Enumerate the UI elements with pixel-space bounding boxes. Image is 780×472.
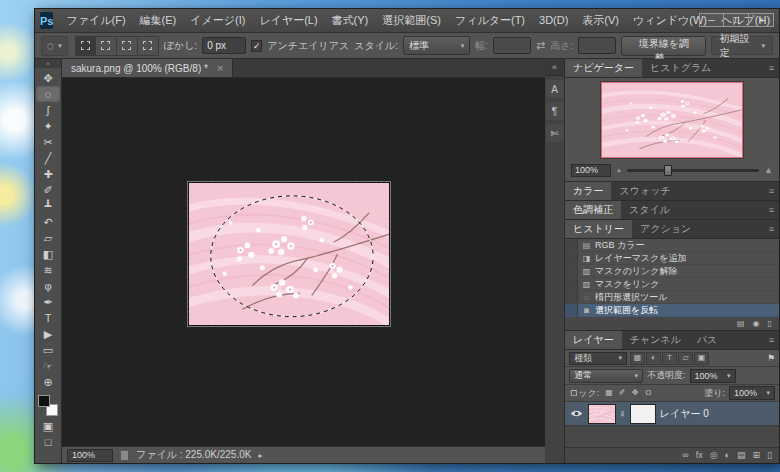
status-menu-arrow-icon[interactable]: ▸ [258, 451, 262, 460]
new-adjustment-layer-icon[interactable]: ◐ [725, 451, 730, 460]
lasso-tool[interactable]: ʃ [36, 102, 60, 118]
crop-tool[interactable]: ✂ [36, 134, 60, 150]
menu-item[interactable]: イメージ(I) [183, 9, 252, 32]
history-state-link-mask[interactable]: ▧マスクをリンク [565, 278, 779, 291]
history-state-rgb-color[interactable]: ▤RGB カラー [565, 239, 779, 252]
pixel-layer-filter-icon[interactable]: ▦ [630, 352, 645, 365]
panel-menu-icon[interactable]: ≡ [769, 220, 779, 238]
expand-panels-icon[interactable]: « [545, 59, 564, 76]
tab-adjustments[interactable]: 色調補正 [565, 201, 621, 219]
brush-tool[interactable]: ✐ [36, 182, 60, 198]
dodge-tool[interactable]: φ [36, 278, 60, 294]
clone-source-panel-icon[interactable]: ✄ [546, 124, 564, 142]
menu-item[interactable]: 編集(E) [133, 9, 184, 32]
document-tab[interactable]: sakura.png @ 100% (RGB/8) * × [62, 59, 233, 77]
history-source-checkbox[interactable] [565, 304, 578, 316]
swap-dimensions-icon[interactable]: ⇄ [536, 39, 545, 52]
style-select[interactable]: 標準 ▾ [403, 36, 470, 55]
new-snapshot-icon[interactable]: ◉ [753, 320, 760, 328]
layer-visibility-icon[interactable] [568, 409, 584, 418]
lock-image-pixels-icon[interactable]: ✐ [616, 389, 628, 397]
healing-brush-tool[interactable]: ✚ [36, 166, 60, 182]
mask-link-icon[interactable]: ∞ [618, 411, 627, 417]
panel-menu-icon[interactable]: ≡ [769, 59, 779, 77]
width-input[interactable] [493, 37, 531, 54]
move-tool[interactable]: ✥ [36, 70, 60, 86]
lock-all-icon[interactable]: Ω [642, 389, 654, 397]
menu-item[interactable]: 表示(V) [575, 9, 626, 32]
filter-toggle-icon[interactable]: ⚑ [767, 353, 775, 363]
eraser-tool[interactable]: ▱ [36, 230, 60, 246]
opacity-field[interactable]: 100% ▾ [690, 369, 736, 383]
delete-state-icon[interactable]: ▯ [768, 320, 772, 328]
pen-tool[interactable]: ✒ [36, 294, 60, 310]
clone-stamp-tool[interactable]: ┻ [36, 198, 60, 214]
tab-swatches[interactable]: スウォッチ [611, 182, 678, 200]
subtract-from-selection-mode-button[interactable] [117, 36, 138, 56]
feather-input[interactable] [202, 37, 246, 54]
zoom-in-icon[interactable]: ▲ [764, 166, 773, 175]
history-source-checkbox[interactable] [565, 265, 578, 277]
add-to-selection-mode-button[interactable] [96, 36, 117, 56]
intersect-selection-mode-button[interactable] [138, 36, 159, 56]
new-layer-icon[interactable]: ⊞ [753, 451, 761, 460]
menu-item[interactable]: レイヤー(L) [252, 9, 324, 32]
close-button[interactable]: × [749, 13, 774, 27]
blur-tool[interactable]: ≋ [36, 262, 60, 278]
character-panel-icon[interactable]: A [546, 80, 564, 98]
tab-layers[interactable]: レイヤー [565, 331, 622, 349]
zoom-out-icon[interactable]: ▲ [616, 167, 622, 173]
tab-navigator[interactable]: ナビゲーター [565, 59, 642, 77]
history-state-unlink-mask[interactable]: ▨マスクのリンク解除 [565, 265, 779, 278]
add-layer-mask-icon[interactable]: ◎ [710, 451, 718, 460]
panel-menu-icon[interactable]: ≡ [769, 182, 779, 200]
tab-histogram[interactable]: ヒストグラム [642, 59, 719, 77]
zoom-tool[interactable]: ⊕ [36, 374, 60, 390]
navigator-zoom-slider[interactable] [627, 169, 759, 172]
eyedropper-tool[interactable]: ╱ [36, 150, 60, 166]
new-selection-mode-button[interactable] [75, 36, 96, 56]
new-document-from-state-icon[interactable]: ▤ [737, 320, 745, 328]
delete-layer-icon[interactable]: ▯ [767, 451, 772, 460]
document-image[interactable] [188, 182, 390, 326]
height-input[interactable] [578, 37, 616, 54]
history-state-add-layer-mask[interactable]: ◨レイヤーマスクを追加 [565, 252, 779, 265]
slider-thumb[interactable] [664, 165, 672, 176]
workspace-switcher[interactable]: 初期設定 ▾ [711, 36, 773, 55]
tab-styles[interactable]: スタイル [621, 201, 678, 219]
tool-preset-dropdown[interactable]: ◌ ▾ [41, 36, 68, 56]
history-state-elliptical-marquee[interactable]: ◌楕円形選択ツール [565, 291, 779, 304]
refine-edge-button[interactable]: 境界線を調整... [621, 36, 706, 56]
panel-menu-icon[interactable]: ≡ [769, 201, 779, 219]
panel-menu-icon[interactable]: ≡ [769, 331, 779, 349]
minimize-button[interactable]: ─ [699, 13, 724, 27]
tab-channels[interactable]: チャンネル [622, 331, 689, 349]
navigator-preview[interactable] [601, 82, 743, 158]
canvas[interactable] [62, 78, 545, 446]
shape-layer-filter-icon[interactable]: ▱ [678, 352, 693, 365]
history-source-checkbox[interactable] [565, 291, 578, 303]
layer-row[interactable]: ∞ レイヤー 0 [565, 402, 779, 426]
menu-item[interactable]: フィルター(T) [448, 9, 532, 32]
quick-mask-button[interactable]: ▣ [36, 418, 60, 434]
history-brush-tool[interactable]: ↶ [36, 214, 60, 230]
tab-color[interactable]: カラー [565, 182, 611, 200]
menu-item[interactable]: ファイル(F) [59, 9, 132, 32]
navigator-zoom-field[interactable] [571, 164, 611, 177]
foreground-color-swatch[interactable] [38, 395, 50, 407]
color-swatches[interactable] [38, 395, 58, 416]
paragraph-panel-icon[interactable]: ¶ [546, 102, 564, 120]
history-source-checkbox[interactable] [565, 278, 578, 290]
antialias-checkbox[interactable]: ✓ [251, 40, 262, 52]
lock-transparent-pixels-icon[interactable]: ▦ [603, 389, 615, 397]
blend-mode-select[interactable]: 通常 ▾ [569, 369, 643, 383]
path-selection-tool[interactable]: ▶ [36, 326, 60, 342]
hand-tool[interactable]: ☞ [36, 358, 60, 374]
adjustment-layer-filter-icon[interactable]: ◐ [646, 352, 661, 365]
fill-field[interactable]: 100% ▾ [729, 386, 775, 400]
gradient-tool[interactable]: ◧ [36, 246, 60, 262]
type-layer-filter-icon[interactable]: T [662, 352, 677, 365]
tab-history[interactable]: ヒストリー [565, 220, 632, 238]
layer-filter-kind-dropdown[interactable]: 種類 ▾ [569, 352, 627, 365]
menu-item[interactable]: 書式(Y) [325, 9, 376, 32]
